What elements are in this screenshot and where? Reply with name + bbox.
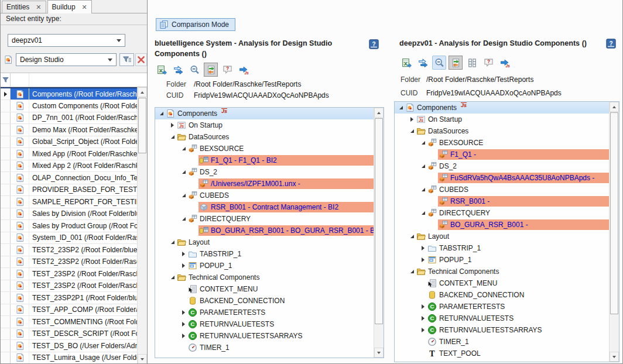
expander-icon[interactable] bbox=[180, 147, 187, 150]
expander-icon[interactable] bbox=[408, 235, 416, 238]
list-item[interactable]: TEST2_23SP2 (/Root Folder/Raschke, bbox=[1, 256, 147, 269]
excel-export-button[interactable]: X bbox=[399, 56, 413, 70]
tree-row[interactable]: CPARAMETERTESTS bbox=[395, 301, 609, 313]
tree-row[interactable]: POPUP_1 bbox=[395, 254, 609, 266]
expander-icon[interactable] bbox=[408, 129, 416, 133]
list-item[interactable]: TEST_APP_COMP (/Root Folder/bluet bbox=[1, 304, 147, 317]
tree-row[interactable]: BEXSOURCE bbox=[395, 137, 609, 149]
clear-filter-button[interactable] bbox=[135, 53, 147, 66]
swap-arrows-button[interactable] bbox=[416, 56, 430, 70]
tree-row[interactable]: CRETURNVALUETESTSARRAYS bbox=[155, 330, 374, 342]
list-item[interactable]: Mixed App (/Root Folder/Raschke/De bbox=[1, 148, 147, 160]
comparison-toggle-button[interactable] bbox=[204, 63, 218, 77]
list-item[interactable]: Sales by Product Group (/Root Folder bbox=[1, 220, 147, 232]
list-item[interactable]: TEST_23SP2 (/Root Folder/Raschke/L bbox=[1, 280, 147, 293]
tree-row[interactable]: TABSTRIP_1 bbox=[395, 242, 609, 254]
tree-row[interactable]: TTEXT_POOL bbox=[395, 348, 609, 359]
tree-row[interactable]: POPUP_1 bbox=[155, 260, 374, 272]
scroll-down-button[interactable] bbox=[374, 348, 384, 358]
list-item[interactable]: Custom Components (/Root Folder/Ra bbox=[1, 100, 147, 112]
expander-icon[interactable] bbox=[180, 334, 187, 338]
tree-row[interactable]: DIRECTQUERY bbox=[155, 213, 374, 225]
list-item[interactable]: TEST_Lumira_Usage (/User Folders/A bbox=[1, 352, 147, 364]
tree-row[interactable]: TIMER_1 bbox=[155, 342, 374, 353]
list-item[interactable]: DP_7nn_001 (/Root Folder/Raschke/T bbox=[1, 112, 147, 125]
tree-row[interactable]: CRETURNVALUETESTS bbox=[395, 313, 609, 324]
expander-icon[interactable] bbox=[408, 270, 416, 273]
tree-row[interactable]: ComponentsJs bbox=[395, 102, 609, 114]
expander-icon[interactable] bbox=[180, 170, 187, 174]
tree-row[interactable]: Technical Components bbox=[155, 272, 374, 283]
tab-entities[interactable]: Entities ✕ bbox=[2, 1, 46, 13]
filter-button[interactable] bbox=[119, 53, 134, 66]
tree-row[interactable]: F1_Q1 - bbox=[395, 149, 609, 160]
expander-icon[interactable] bbox=[180, 252, 187, 256]
list-item[interactable]: TEST2_23SP2 (/Root Folder/bluetellig bbox=[1, 244, 147, 256]
close-icon[interactable]: ✕ bbox=[36, 4, 41, 11]
expander-icon[interactable] bbox=[180, 310, 187, 315]
scroll-up-button[interactable] bbox=[610, 102, 619, 112]
list-item[interactable]: TEST_23SP2P1 (/Root Folder/bluetelli bbox=[1, 292, 147, 304]
expander-icon[interactable] bbox=[419, 257, 427, 262]
tree-row[interactable]: DataSources bbox=[155, 131, 374, 143]
expander-icon[interactable] bbox=[169, 123, 176, 128]
tree-row[interactable]: CUBEDS bbox=[155, 190, 374, 201]
expander-icon[interactable] bbox=[419, 188, 427, 191]
tree-row[interactable]: DataSources bbox=[395, 125, 609, 137]
tab-buildup[interactable]: Buildup ✕ bbox=[47, 0, 92, 13]
tree-row[interactable]: BACKEND_CONNECTION bbox=[395, 289, 609, 301]
list-item[interactable]: Demo Max (/Root Folder/Raschke) bbox=[1, 124, 147, 136]
tree-row[interactable]: Technical Components bbox=[395, 266, 609, 277]
zoom-out-button[interactable] bbox=[187, 63, 201, 77]
tree-row[interactable]: CONTEXT_MENU bbox=[155, 283, 374, 295]
expander-icon[interactable] bbox=[169, 135, 176, 139]
tree-row[interactable]: Layout bbox=[155, 236, 374, 248]
tree-row[interactable]: RSR_B001 - Contract Management - BI2 bbox=[155, 201, 374, 213]
expander-icon[interactable] bbox=[180, 322, 187, 327]
tree-row[interactable]: CRETURNVALUETESTSARRAYS bbox=[395, 324, 609, 336]
tree-row[interactable]: /Universes/IZPF1M001.unx - bbox=[155, 178, 374, 190]
expander-icon[interactable] bbox=[180, 194, 187, 197]
list-item[interactable]: TEST_DESCR_SCRIPT (/Root Folder/F bbox=[1, 328, 147, 341]
comment-help-button[interactable]: ? bbox=[220, 63, 234, 77]
expander-icon[interactable] bbox=[158, 112, 165, 115]
list-item[interactable]: Components (/Root Folder/Raschke/T bbox=[1, 87, 147, 100]
tree-row[interactable]: BO_GURA_RSR_B001 - BO_GURA_RSR_B001 - BI… bbox=[155, 225, 374, 236]
zoom-out-button[interactable] bbox=[432, 56, 446, 70]
tree-row[interactable]: DS_2 bbox=[395, 160, 609, 172]
comparison-mode-button[interactable]: Comparison Mode bbox=[156, 18, 235, 31]
expander-icon[interactable] bbox=[419, 164, 427, 168]
tree-row[interactable]: ComponentsJs bbox=[155, 108, 374, 119]
close-icon[interactable]: ✕ bbox=[82, 4, 87, 11]
scrollbar-thumb[interactable] bbox=[375, 118, 383, 324]
swap-arrows-button[interactable] bbox=[171, 63, 185, 77]
grid-view-button[interactable] bbox=[465, 56, 479, 70]
scroll-up-button[interactable] bbox=[138, 87, 147, 97]
expander-icon[interactable] bbox=[419, 328, 427, 332]
scrollbar-thumb[interactable] bbox=[138, 98, 146, 153]
tree-row[interactable]: DS_2 bbox=[155, 166, 374, 178]
tree-row[interactable]: BO_GURA_RSR_B001 - bbox=[395, 219, 609, 231]
expander-icon[interactable] bbox=[419, 141, 427, 145]
scroll-down-button[interactable] bbox=[610, 352, 619, 362]
excel-export-button[interactable]: X bbox=[155, 63, 169, 77]
list-item[interactable]: OLAP_Connection_Docu_Info_Test (/ bbox=[1, 172, 147, 184]
list-item[interactable]: Global_Script_Object (/Root Folder/R bbox=[1, 136, 147, 149]
scroll-up-button[interactable] bbox=[374, 108, 384, 118]
expander-icon[interactable] bbox=[169, 276, 176, 279]
js-navigate-button[interactable]: Js bbox=[498, 56, 512, 70]
expander-icon[interactable] bbox=[408, 117, 416, 122]
scroll-down-button[interactable] bbox=[138, 354, 147, 364]
tree-row[interactable]: Layout bbox=[395, 231, 609, 242]
tree-row[interactable]: JsOn Startup bbox=[155, 119, 374, 131]
tree-row[interactable]: DIRECTQUERY bbox=[395, 207, 609, 219]
list-item[interactable]: Mixed App 2 (/Root Folder/Raschke/D bbox=[1, 160, 147, 173]
tree-row[interactable]: BACKEND_CONNECTION bbox=[155, 295, 374, 307]
scrollbar-thumb[interactable] bbox=[610, 112, 618, 314]
list-item[interactable]: PROVIDER_BASED_FOR_TESTING (/F bbox=[1, 184, 147, 197]
tree-scrollbar[interactable] bbox=[374, 108, 384, 358]
tree-scrollbar[interactable] bbox=[609, 102, 619, 362]
tree-row[interactable]: TABSTRIP_1 bbox=[155, 248, 374, 260]
expander-icon[interactable] bbox=[419, 316, 427, 321]
tree-row[interactable]: F1_Q1 - F1_Q1 - BI2 bbox=[155, 154, 374, 166]
